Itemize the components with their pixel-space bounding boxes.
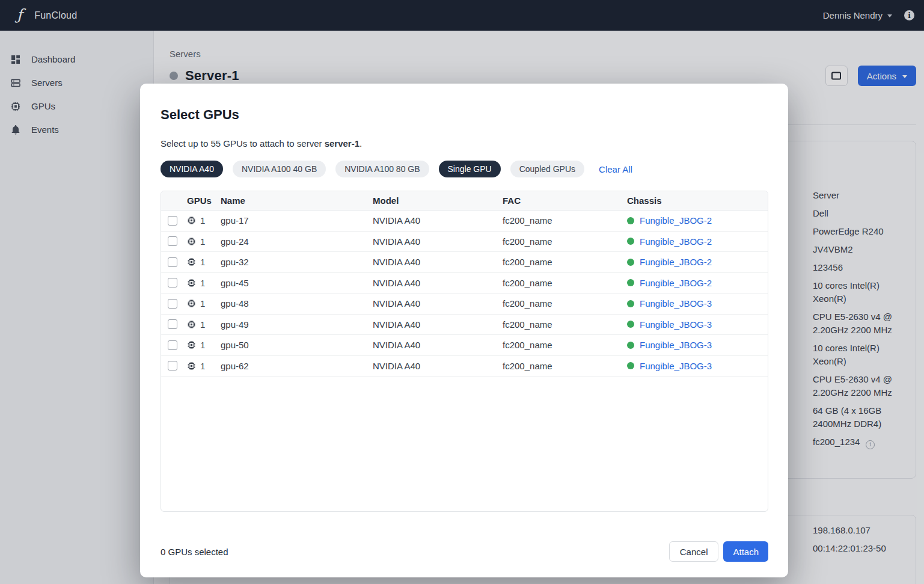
checkbox-cell [161,236,187,246]
row-checkbox[interactable] [168,236,177,246]
checkbox-cell [161,299,187,309]
gpu-name: gpu-24 [221,236,373,247]
subtitle-prefix: Select up to 55 GPUs to attach to server [161,138,325,149]
cancel-button[interactable]: Cancel [669,541,719,562]
chassis-link[interactable]: Fungible_JBOG-3 [640,361,712,371]
gpu-count-cell: 1 [187,278,221,288]
filter-chip[interactable]: NVIDIA A40 [161,161,223,177]
gpu-count: 1 [200,215,205,226]
clear-all-link[interactable]: Clear All [599,164,632,174]
gpu-chip-icon [187,340,196,349]
gpu-fac: fc200_name [503,298,627,309]
filter-chip[interactable]: NVIDIA A100 40 GB [233,161,326,177]
chassis-cell: Fungible_JBOG-2 [627,278,768,288]
chassis-link[interactable]: Fungible_JBOG-2 [640,257,712,267]
checkbox-cell [161,319,187,329]
gpu-name: gpu-17 [221,215,373,226]
table-row[interactable]: 1gpu-24NVIDIA A40fc200_nameFungible_JBOG… [161,232,768,253]
row-checkbox[interactable] [168,299,177,309]
chassis-cell: Fungible_JBOG-2 [627,236,768,247]
status-dot-green [627,342,634,349]
gpu-count: 1 [200,278,205,288]
filter-chip[interactable]: Coupled GPUs [510,161,584,177]
row-checkbox[interactable] [168,257,177,267]
chassis-link[interactable]: Fungible_JBOG-3 [640,319,712,330]
selected-count-text: 0 GPUs selected [161,547,228,557]
chassis-link[interactable]: Fungible_JBOG-2 [640,278,712,288]
gpu-model: NVIDIA A40 [373,340,503,350]
status-dot-green [627,300,634,307]
gpu-count-cell: 1 [187,236,221,247]
gpu-count: 1 [200,361,205,371]
gpu-count-cell: 1 [187,340,221,350]
column-header: GPUs [187,195,221,206]
checkbox-cell [161,361,187,370]
gpu-chip-icon [187,299,196,308]
gpu-count-cell: 1 [187,319,221,330]
column-header: FAC [503,195,627,206]
gpu-name: gpu-49 [221,319,373,330]
gpu-fac: fc200_name [503,215,627,226]
chassis-cell: Fungible_JBOG-3 [627,319,768,330]
subtitle-server-name: server-1 [325,138,360,149]
table-row[interactable]: 1gpu-50NVIDIA A40fc200_nameFungible_JBOG… [161,335,768,356]
chassis-link[interactable]: Fungible_JBOG-2 [640,215,712,226]
gpu-fac: fc200_name [503,340,627,350]
status-dot-green [627,362,634,369]
row-checkbox[interactable] [168,319,177,329]
filter-chip[interactable]: Single GPU [439,161,501,177]
row-checkbox[interactable] [168,361,177,370]
table-row[interactable]: 1gpu-48NVIDIA A40fc200_nameFungible_JBOG… [161,294,768,315]
row-checkbox[interactable] [168,340,177,350]
column-header: Name [221,195,373,206]
chassis-cell: Fungible_JBOG-2 [627,257,768,267]
gpu-count: 1 [200,257,205,267]
gpu-name: gpu-32 [221,257,373,267]
filter-chip[interactable]: NVIDIA A100 80 GB [335,161,429,177]
gpu-chip-icon [187,278,196,287]
table-row[interactable]: 1gpu-45NVIDIA A40fc200_nameFungible_JBOG… [161,273,768,294]
gpu-fac: fc200_name [503,236,627,247]
gpu-count-cell: 1 [187,215,221,226]
attach-button[interactable]: Attach [723,541,768,562]
gpu-name: gpu-50 [221,340,373,350]
gpu-model: NVIDIA A40 [373,361,503,371]
gpu-chip-icon [187,216,196,225]
subtitle-suffix: . [360,138,362,149]
table-row[interactable]: 1gpu-17NVIDIA A40fc200_nameFungible_JBOG… [161,211,768,232]
gpu-model: NVIDIA A40 [373,215,503,226]
table-row[interactable]: 1gpu-32NVIDIA A40fc200_nameFungible_JBOG… [161,252,768,273]
gpu-name: gpu-48 [221,298,373,309]
status-dot-green [627,217,634,224]
gpu-model: NVIDIA A40 [373,298,503,309]
chassis-cell: Fungible_JBOG-2 [627,215,768,226]
chassis-cell: Fungible_JBOG-3 [627,361,768,371]
status-dot-green [627,279,634,286]
checkbox-cell [161,278,187,287]
gpu-model: NVIDIA A40 [373,319,503,330]
gpu-fac: fc200_name [503,278,627,288]
row-checkbox[interactable] [168,216,177,226]
modal-title: Select GPUs [161,107,768,123]
modal-subtitle: Select up to 55 GPUs to attach to server… [161,138,768,149]
chassis-cell: Fungible_JBOG-3 [627,298,768,309]
row-checkbox[interactable] [168,278,177,287]
chassis-link[interactable]: Fungible_JBOG-3 [640,298,712,309]
column-header: Chassis [627,195,768,206]
gpu-count-cell: 1 [187,257,221,267]
gpu-count: 1 [200,340,205,350]
gpu-chip-icon [187,320,196,329]
select-gpus-modal: Select GPUs Select up to 55 GPUs to atta… [140,84,788,577]
column-header: Model [373,195,503,206]
chassis-link[interactable]: Fungible_JBOG-3 [640,340,712,350]
checkbox-cell [161,340,187,350]
table-row[interactable]: 1gpu-62NVIDIA A40fc200_nameFungible_JBOG… [161,356,768,377]
status-dot-green [627,321,634,328]
checkbox-cell [161,257,187,267]
gpu-name: gpu-45 [221,278,373,288]
chassis-link[interactable]: Fungible_JBOG-2 [640,236,712,247]
gpu-table: GPUsNameModelFACChassis 1gpu-17NVIDIA A4… [161,191,768,512]
gpu-count: 1 [200,298,205,309]
table-row[interactable]: 1gpu-49NVIDIA A40fc200_nameFungible_JBOG… [161,315,768,336]
gpu-count: 1 [200,319,205,330]
